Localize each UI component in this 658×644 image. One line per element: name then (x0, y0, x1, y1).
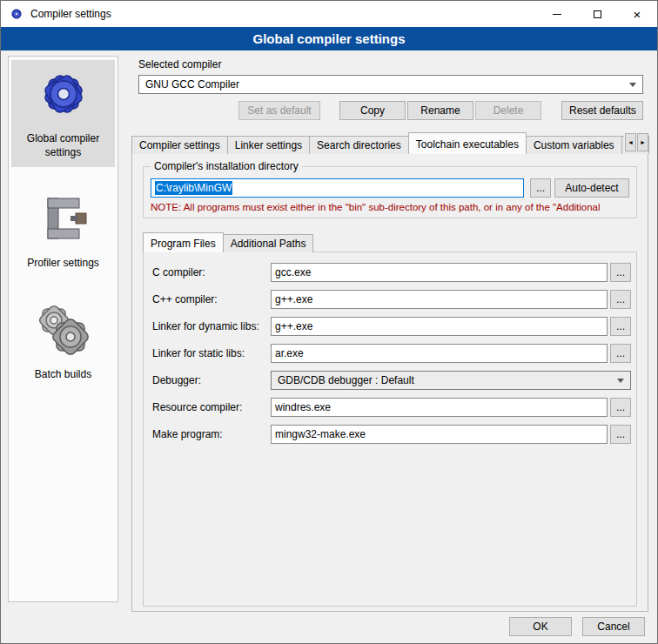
cpp-compiler-browse-button[interactable]: ... (610, 290, 631, 309)
install-dir-browse-button[interactable]: ... (530, 178, 551, 198)
static-linker-value: ar.exe (275, 347, 304, 359)
cpp-compiler-label: C++ compiler: (152, 293, 271, 305)
resource-compiler-input[interactable]: windres.exe (271, 398, 608, 417)
install-dir-input[interactable]: C:\raylib\MinGW (151, 178, 524, 198)
installation-directory-group-title: Compiler's installation directory (151, 160, 302, 172)
resource-compiler-browse-button[interactable]: ... (610, 398, 631, 417)
static-linker-input[interactable]: ar.exe (271, 344, 608, 363)
dynamic-linker-label: Linker for dynamic libs: (152, 320, 271, 332)
sidebar-item-profiler-settings[interactable]: Profiler settings (11, 184, 115, 278)
sidebar-item-global-compiler-settings[interactable]: Global compiler settings (11, 60, 115, 167)
tab-additional-paths[interactable]: Additional Paths (223, 234, 314, 252)
static-linker-browse-button[interactable]: ... (610, 344, 631, 363)
reset-defaults-button[interactable]: Reset defaults (561, 101, 643, 120)
tab-scroll-controls: ◄ ► (624, 133, 648, 151)
dynamic-linker-value: g++.exe (275, 320, 312, 332)
tab-custom-variables[interactable]: Custom variables (526, 136, 622, 154)
gray-gears-icon (36, 302, 91, 358)
field-row-c-compiler: C compiler: gcc.exe ... (152, 263, 631, 282)
minimize-button[interactable] (537, 1, 577, 27)
installation-directory-row: C:\raylib\MinGW ... Auto-detect (151, 178, 629, 198)
sidebar-item-label: Profiler settings (13, 257, 113, 271)
make-program-label: Make program: (152, 428, 271, 440)
program-files-tab-strip: Program Files Additional Paths (143, 232, 641, 252)
install-dir-selected-text: C:\raylib\MinGW (155, 181, 232, 195)
c-compiler-input[interactable]: gcc.exe (271, 263, 608, 282)
selected-compiler-dropdown[interactable]: GNU GCC Compiler (138, 75, 643, 94)
settings-tab-strip: Compiler settings Linker settings Search… (131, 132, 648, 154)
clamp-tool-icon (36, 191, 91, 246)
titlebar: Compiler settings × (1, 1, 657, 27)
set-as-default-button[interactable]: Set as default (238, 101, 320, 120)
field-row-dynamic-linker: Linker for dynamic libs: g++.exe ... (152, 317, 631, 336)
tab-scroll-left-button[interactable]: ◄ (625, 133, 636, 151)
dynamic-linker-input[interactable]: g++.exe (271, 317, 608, 336)
maximize-icon (594, 10, 601, 18)
resource-compiler-value: windres.exe (275, 401, 331, 413)
arrow-left-icon: ◄ (628, 139, 634, 145)
arrow-right-icon: ► (640, 139, 646, 145)
make-program-input[interactable]: mingw32-make.exe (271, 425, 608, 444)
make-program-value: mingw32-make.exe (275, 428, 366, 440)
window-title: Compiler settings (30, 8, 111, 20)
main-panel: Selected compiler GNU GCC Compiler Set a… (128, 53, 652, 619)
make-program-browse-button[interactable]: ... (610, 425, 631, 444)
chevron-down-icon (629, 83, 636, 87)
field-row-resource-compiler: Resource compiler: windres.exe ... (152, 398, 631, 417)
installation-directory-group: Compiler's installation directory C:\ray… (143, 166, 637, 218)
copy-button[interactable]: Copy (339, 101, 406, 120)
selected-compiler-value: GNU GCC Compiler (145, 78, 239, 91)
c-compiler-browse-button[interactable]: ... (610, 263, 631, 282)
tab-toolchain-executables[interactable]: Toolchain executables (408, 132, 527, 154)
dynamic-linker-browse-button[interactable]: ... (610, 317, 631, 336)
close-icon: × (634, 8, 641, 21)
debugger-label: Debugger: (152, 374, 271, 386)
field-row-static-linker: Linker for static libs: ar.exe ... (152, 344, 631, 363)
tab-linker-settings[interactable]: Linker settings (227, 136, 310, 154)
compiler-settings-window: Compiler settings × Global compiler sett… (0, 0, 658, 644)
toolchain-executables-pane: Compiler's installation directory C:\ray… (131, 153, 648, 612)
cpp-compiler-value: g++.exe (275, 293, 312, 305)
static-linker-label: Linker for static libs: (152, 347, 271, 359)
debugger-value: GDB/CDB debugger : Default (278, 374, 414, 386)
cancel-button[interactable]: Cancel (582, 617, 645, 636)
ok-button[interactable]: OK (509, 617, 572, 636)
window-controls: × (537, 1, 657, 27)
rename-button[interactable]: Rename (407, 101, 473, 120)
blue-gear-icon (36, 66, 91, 122)
selected-compiler-label: Selected compiler (138, 58, 652, 70)
sidebar-item-label: Global compiler settings (13, 132, 113, 159)
tab-scroll-right-button[interactable]: ► (637, 133, 648, 151)
tab-compiler-settings[interactable]: Compiler settings (131, 136, 228, 154)
chevron-down-icon (617, 379, 624, 383)
cpp-compiler-input[interactable]: g++.exe (271, 290, 608, 309)
program-files-pane: C compiler: gcc.exe ... C++ compiler: g+… (143, 252, 637, 607)
c-compiler-label: C compiler: (152, 266, 271, 278)
settings-category-sidebar: Global compiler settings Profiler settin… (8, 56, 118, 602)
dialog-header-title: Global compiler settings (1, 27, 657, 50)
sidebar-item-label: Batch builds (13, 368, 113, 382)
debugger-dropdown[interactable]: GDB/CDB debugger : Default (271, 371, 631, 390)
auto-detect-button[interactable]: Auto-detect (554, 178, 629, 198)
sidebar-item-batch-builds[interactable]: Batch builds (11, 296, 115, 390)
compiler-actions-row: Set as default Copy Rename Delete Reset … (138, 101, 643, 120)
minimize-icon (553, 14, 561, 15)
tab-program-files[interactable]: Program Files (143, 232, 224, 252)
c-compiler-value: gcc.exe (275, 266, 311, 278)
delete-button[interactable]: Delete (475, 101, 541, 120)
tab-search-directories[interactable]: Search directories (309, 136, 409, 154)
app-gear-icon (10, 7, 24, 21)
resource-compiler-label: Resource compiler: (152, 401, 271, 413)
maximize-button[interactable] (577, 1, 617, 27)
dialog-footer: OK Cancel (509, 617, 645, 636)
field-row-debugger: Debugger: GDB/CDB debugger : Default (152, 371, 631, 390)
close-button[interactable]: × (617, 1, 657, 27)
field-row-make-program: Make program: mingw32-make.exe ... (152, 425, 631, 444)
field-row-cpp-compiler: C++ compiler: g++.exe ... (152, 290, 631, 309)
bin-subdirectory-note: NOTE: All programs must exist either in … (151, 202, 629, 212)
